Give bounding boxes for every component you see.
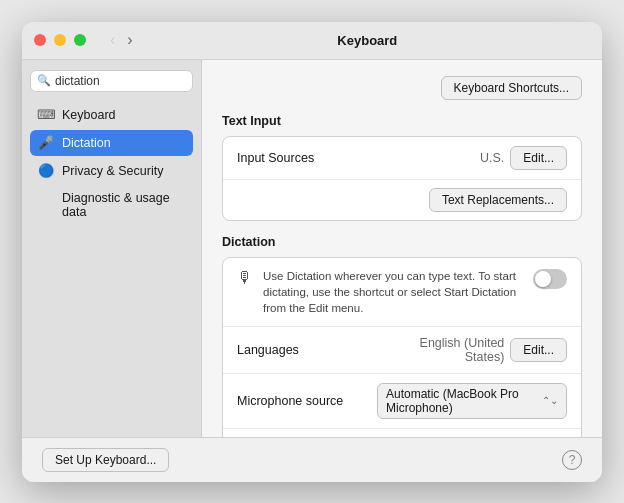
keyboard-shortcuts-button[interactable]: Keyboard Shortcuts... <box>441 76 582 100</box>
dictation-icon: 🎤 <box>38 135 54 151</box>
languages-row: Languages English (United States) Edit..… <box>223 327 581 374</box>
search-icon: 🔍 <box>37 74 51 87</box>
text-input-section: Input Sources U.S. Edit... Text Replacem… <box>222 136 582 221</box>
input-sources-row: Input Sources U.S. Edit... <box>223 137 581 180</box>
dictation-toggle[interactable] <box>533 269 567 289</box>
languages-label: Languages <box>237 343 377 357</box>
input-sources-edit-button[interactable]: Edit... <box>510 146 567 170</box>
main-content: Keyboard Shortcuts... Text Input Input S… <box>202 60 602 437</box>
setup-keyboard-button[interactable]: Set Up Keyboard... <box>42 448 169 472</box>
microphone-select[interactable]: Automatic (MacBook Pro Microphone) ⌃⌄ <box>377 383 567 419</box>
help-button[interactable]: ? <box>562 450 582 470</box>
dictation-section-title: Dictation <box>222 235 582 249</box>
maximize-button[interactable] <box>74 34 86 46</box>
text-replacements-button[interactable]: Text Replacements... <box>429 188 567 212</box>
sidebar-item-privacy-label: Privacy & Security <box>62 164 163 178</box>
privacy-icon: 🔵 <box>38 163 54 179</box>
window-title: Keyboard <box>145 33 590 48</box>
diagnostic-icon <box>38 197 54 213</box>
mic-icon: 🎙 <box>237 269 253 287</box>
shortcut-row: Shortcut Press 🎤 ⌃⌄ <box>223 429 581 437</box>
sidebar-item-keyboard-label: Keyboard <box>62 108 116 122</box>
sidebar: 🔍 ✕ ⌨ Keyboard 🎤 Dictation 🔵 Privacy & S… <box>22 60 202 437</box>
close-button[interactable] <box>34 34 46 46</box>
titlebar: ‹ › Keyboard <box>22 22 602 60</box>
sidebar-item-dictation-label: Dictation <box>62 136 111 150</box>
dictation-toggle-row: 🎙 Use Dictation wherever you can type te… <box>223 258 581 327</box>
languages-value: English (United States) <box>377 336 504 364</box>
content-area: 🔍 ✕ ⌨ Keyboard 🎤 Dictation 🔵 Privacy & S… <box>22 60 602 437</box>
microphone-label: Microphone source <box>237 394 377 408</box>
languages-edit-button[interactable]: Edit... <box>510 338 567 362</box>
back-button[interactable]: ‹ <box>106 29 119 51</box>
microphone-value: Automatic (MacBook Pro Microphone) <box>386 387 538 415</box>
search-input[interactable] <box>55 74 205 88</box>
forward-button[interactable]: › <box>123 29 136 51</box>
nav-arrows: ‹ › <box>106 29 137 51</box>
sidebar-item-privacy[interactable]: 🔵 Privacy & Security <box>30 158 193 184</box>
text-input-section-title: Text Input <box>222 114 582 128</box>
microphone-row: Microphone source Automatic (MacBook Pro… <box>223 374 581 429</box>
sidebar-item-dictation[interactable]: 🎤 Dictation <box>30 130 193 156</box>
minimize-button[interactable] <box>54 34 66 46</box>
input-sources-label: Input Sources <box>237 151 377 165</box>
sidebar-item-keyboard[interactable]: ⌨ Keyboard <box>30 102 193 128</box>
search-box[interactable]: 🔍 ✕ <box>30 70 193 92</box>
dictation-description: Use Dictation wherever you can type text… <box>263 268 523 316</box>
keyboard-icon: ⌨ <box>38 107 54 123</box>
dictation-section: 🎙 Use Dictation wherever you can type te… <box>222 257 582 437</box>
top-bar: Keyboard Shortcuts... <box>222 76 582 100</box>
text-replacements-row: Text Replacements... <box>223 180 581 220</box>
sidebar-item-diagnostic[interactable]: Diagnostic & usage data <box>30 186 193 224</box>
microphone-chevron-icon: ⌃⌄ <box>542 395 558 406</box>
input-sources-value: U.S. <box>377 151 504 165</box>
sidebar-item-diagnostic-label: Diagnostic & usage data <box>62 191 185 219</box>
main-window: ‹ › Keyboard 🔍 ✕ ⌨ Keyboard 🎤 Dictation … <box>22 22 602 482</box>
bottom-bar: Set Up Keyboard... ? <box>22 437 602 482</box>
